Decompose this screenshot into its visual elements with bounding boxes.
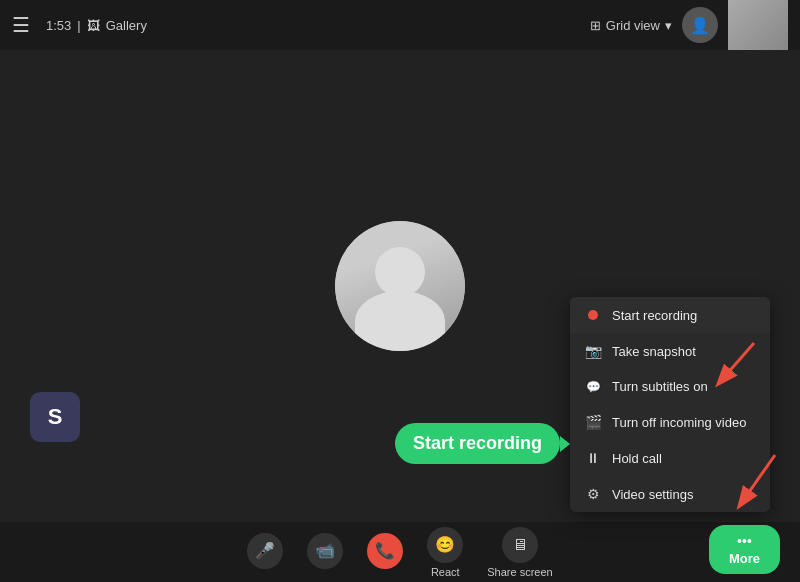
menu-item-hold-call[interactable]: ⏸ Hold call — [570, 440, 770, 476]
more-options-menu: Start recording 📷 Take snapshot 💬 Turn s… — [570, 297, 770, 512]
menu-item-start-recording[interactable]: Start recording — [570, 297, 770, 333]
mic-icon: 🎤 — [247, 533, 283, 569]
hold-icon: ⏸ — [584, 450, 602, 466]
menu-item-label: Turn subtitles on — [612, 379, 708, 394]
incoming-video-icon: 🎬 — [584, 414, 602, 430]
call-info: 1:53 | 🖼 Gallery — [46, 18, 147, 33]
share-screen-label: Share screen — [487, 566, 552, 578]
callout-label: Start recording — [413, 433, 542, 453]
menu-item-label: Turn off incoming video — [612, 415, 746, 430]
menu-item-subtitles[interactable]: 💬 Turn subtitles on — [570, 369, 770, 404]
react-icon: 😊 — [427, 527, 463, 563]
video-icon: 📹 — [307, 533, 343, 569]
hangup-icon: 📞 — [367, 533, 403, 569]
grid-view-button[interactable]: ⊞ Grid view ▾ — [590, 18, 672, 33]
react-button[interactable]: 😊 React — [427, 527, 463, 578]
record-icon — [584, 307, 602, 323]
top-bar: ☰ 1:53 | 🖼 Gallery ⊞ Grid view ▾ 👤 — [0, 0, 800, 50]
grid-icon: ⊞ — [590, 18, 601, 33]
side-participant-avatar: S — [30, 392, 80, 442]
participant-avatar — [335, 221, 465, 351]
participant-thumbnail — [728, 0, 788, 50]
settings-icon: ⚙ — [584, 486, 602, 502]
more-button[interactable]: ••• More — [709, 525, 780, 574]
mic-button[interactable]: 🎤 — [247, 533, 283, 572]
top-right: ⊞ Grid view ▾ 👤 — [590, 0, 788, 50]
start-recording-callout: Start recording — [395, 423, 560, 464]
more-dots-icon: ••• — [737, 533, 752, 549]
chevron-down-icon: ▾ — [665, 18, 672, 33]
hangup-button[interactable]: 📞 — [367, 533, 403, 572]
share-screen-icon: 🖥 — [502, 527, 538, 563]
more-label: More — [729, 551, 760, 566]
react-label: React — [431, 566, 460, 578]
video-button[interactable]: 📹 — [307, 533, 343, 572]
menu-item-label: Video settings — [612, 487, 693, 502]
call-time: 1:53 — [46, 18, 71, 33]
side-avatar-letter: S — [48, 404, 63, 430]
separator: | — [77, 18, 80, 33]
grid-view-label: Grid view — [606, 18, 660, 33]
avatar-silhouette — [335, 221, 465, 351]
bottom-toolbar: 🎤 📹 📞 😊 React 🖥 Share screen — [0, 522, 800, 582]
more-button-container[interactable]: ••• More — [709, 525, 780, 574]
menu-item-label: Start recording — [612, 308, 697, 323]
menu-item-video-settings[interactable]: ⚙ Video settings — [570, 476, 770, 512]
menu-item-label: Hold call — [612, 451, 662, 466]
share-screen-button[interactable]: 🖥 Share screen — [487, 527, 552, 578]
menu-item-label: Take snapshot — [612, 344, 696, 359]
call-mode-icon: 🖼 — [87, 18, 100, 33]
subtitles-icon: 💬 — [584, 380, 602, 394]
hamburger-icon[interactable]: ☰ — [12, 13, 30, 37]
snapshot-icon: 📷 — [584, 343, 602, 359]
menu-item-incoming-video[interactable]: 🎬 Turn off incoming video — [570, 404, 770, 440]
user-avatar-icon[interactable]: 👤 — [682, 7, 718, 43]
call-mode: Gallery — [106, 18, 147, 33]
menu-item-take-snapshot[interactable]: 📷 Take snapshot — [570, 333, 770, 369]
